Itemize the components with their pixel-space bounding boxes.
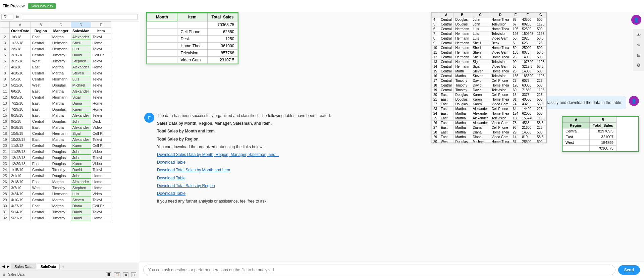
cell[interactable]: 5/14/19 xyxy=(10,209,31,215)
cell[interactable]: East xyxy=(31,179,51,185)
cell[interactable]: Karen xyxy=(71,143,91,149)
cell[interactable]: 3/7/19 xyxy=(10,185,31,191)
cell[interactable]: Televi xyxy=(91,76,111,82)
cell[interactable]: Central xyxy=(31,167,51,173)
cell[interactable]: 5 xyxy=(0,52,10,58)
cell[interactable]: 14 xyxy=(0,106,10,112)
cell[interactable]: 19 xyxy=(0,136,10,143)
cell[interactable]: John xyxy=(71,155,91,161)
cell[interactable]: Televi xyxy=(91,197,111,203)
cell[interactable]: 10/5/18 xyxy=(10,130,31,136)
cell[interactable]: Cell Ph xyxy=(91,143,111,149)
cell[interactable]: Central xyxy=(31,94,51,100)
cell[interactable]: Douglas xyxy=(51,161,71,167)
formula-input[interactable] xyxy=(22,14,138,19)
cell[interactable]: Hermann xyxy=(51,94,71,100)
cell[interactable]: Alexander xyxy=(71,112,91,118)
cell[interactable]: Televi xyxy=(91,46,111,52)
cell[interactable]: Timothy xyxy=(51,185,71,191)
cell[interactable]: Douglas xyxy=(51,143,71,149)
cell[interactable]: East xyxy=(31,112,51,118)
cell[interactable]: Luis xyxy=(71,191,91,197)
cell[interactable]: 4/1/18 xyxy=(10,64,31,70)
cell[interactable]: 8 xyxy=(0,70,10,76)
cell[interactable]: West xyxy=(31,58,51,64)
cell[interactable]: 27 xyxy=(0,185,10,191)
cell[interactable]: Central xyxy=(31,197,51,203)
cell[interactable]: 10 xyxy=(0,82,10,88)
cell[interactable]: David xyxy=(71,215,91,221)
cell[interactable]: Karen xyxy=(71,161,91,167)
cell[interactable]: Steven xyxy=(71,197,91,203)
cell[interactable]: Martha xyxy=(51,64,71,70)
cell[interactable]: John xyxy=(71,118,91,124)
cell[interactable]: Alexander xyxy=(71,179,91,185)
cell[interactable]: 3 xyxy=(0,40,10,46)
cell[interactable]: 32 xyxy=(0,215,10,221)
cell[interactable]: Luis xyxy=(71,46,91,52)
cell[interactable]: Hermann xyxy=(51,40,71,46)
cell[interactable]: Martha xyxy=(51,197,71,203)
cell[interactable]: East xyxy=(31,88,51,94)
cell[interactable]: Timothy xyxy=(51,209,71,215)
cell[interactable]: Douglas xyxy=(51,106,71,112)
cell[interactable]: West xyxy=(31,185,51,191)
status-btn-3[interactable]: ⊞ xyxy=(123,272,128,277)
side-icon-edit[interactable]: ✎ xyxy=(634,40,643,50)
cell[interactable]: Central xyxy=(31,191,51,197)
cell[interactable]: Televi xyxy=(91,34,111,40)
cell[interactable]: 28 xyxy=(0,191,10,197)
cell[interactable]: 21 xyxy=(0,149,10,155)
cell[interactable]: 9/18/18 xyxy=(10,124,31,130)
cell[interactable]: Stephen xyxy=(71,185,91,191)
cell[interactable]: Martha xyxy=(51,179,71,185)
cell[interactable]: Martha xyxy=(51,70,71,76)
cell[interactable]: Timothy xyxy=(51,215,71,221)
cell[interactable]: Video xyxy=(91,149,111,155)
cell[interactable]: Televi xyxy=(91,167,111,173)
cell[interactable]: 8/15/18 xyxy=(10,112,31,118)
cell[interactable]: Karen xyxy=(71,106,91,112)
cell[interactable]: Douglas xyxy=(51,82,71,88)
send-button[interactable]: Send xyxy=(618,265,640,275)
cell[interactable]: Televi xyxy=(91,58,111,64)
sheet-nav-right[interactable]: ▶ xyxy=(6,264,10,269)
cell[interactable]: Televi xyxy=(91,94,111,100)
cell[interactable]: 26 xyxy=(0,179,10,185)
add-sheet-button[interactable]: + xyxy=(60,264,66,269)
download-label-1[interactable]: Download Table xyxy=(157,160,185,165)
cell[interactable]: Home xyxy=(91,215,111,221)
cell[interactable]: 5/22/18 xyxy=(10,82,31,88)
status-btn-2[interactable]: 📋 xyxy=(114,272,120,277)
cell[interactable]: 20 xyxy=(0,143,10,149)
side-icon-eye[interactable]: 👁 xyxy=(634,30,643,40)
cell[interactable]: West xyxy=(31,82,51,88)
cell[interactable]: 12/29/18 xyxy=(10,161,31,167)
cell[interactable]: 2/1/19 xyxy=(10,173,31,179)
cell[interactable]: 24 xyxy=(0,167,10,173)
cell[interactable]: Home xyxy=(91,173,111,179)
cell[interactable]: Televi xyxy=(91,88,111,94)
cell[interactable]: Televi xyxy=(91,209,111,215)
cell[interactable]: Central xyxy=(31,155,51,161)
cell[interactable]: 3/15/18 xyxy=(10,58,31,64)
cell[interactable]: Televi xyxy=(91,82,111,88)
cell[interactable]: 13 xyxy=(0,100,10,106)
cell[interactable]: Timothy xyxy=(51,58,71,64)
cell[interactable]: 30 xyxy=(0,203,10,209)
cell[interactable]: 23 xyxy=(0,161,10,167)
cell[interactable]: David xyxy=(71,52,91,58)
cell[interactable]: Central xyxy=(31,215,51,221)
cell[interactable]: 11/8/18 xyxy=(10,143,31,149)
cell[interactable]: Hermann xyxy=(51,46,71,52)
cell[interactable]: 31 xyxy=(0,209,10,215)
cell[interactable]: John xyxy=(71,149,91,155)
cell[interactable]: 12 xyxy=(0,94,10,100)
cell[interactable]: Douglas xyxy=(51,149,71,155)
side-icon-settings[interactable]: ⚙ xyxy=(634,60,643,70)
cell[interactable]: 2 xyxy=(0,34,10,40)
cell[interactable]: 5/31/19 xyxy=(10,215,31,221)
cell[interactable]: Central xyxy=(31,209,51,215)
cell[interactable]: Shelli xyxy=(71,40,91,46)
cell[interactable]: 7 xyxy=(0,64,10,70)
